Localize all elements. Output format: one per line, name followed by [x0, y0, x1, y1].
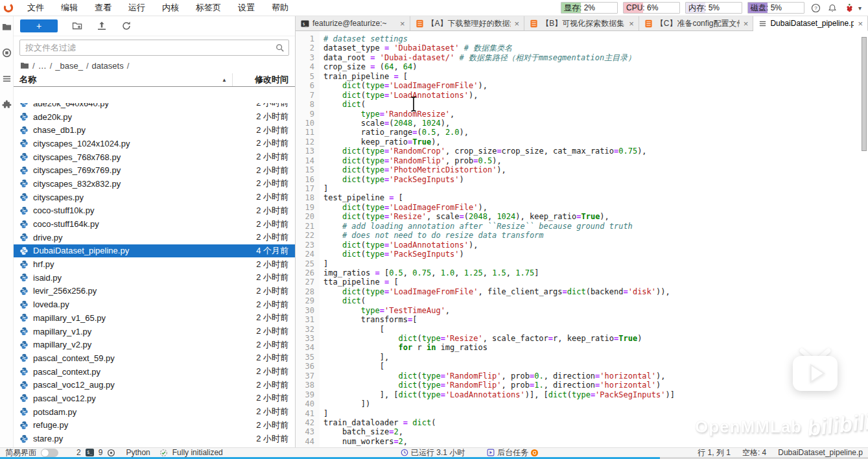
breadcrumb-item[interactable]: … [38, 61, 47, 71]
line-number: 11 [296, 128, 314, 137]
code-line: dict(type='RandomCrop', crop_size=crop_s… [323, 147, 862, 156]
file-row[interactable]: coco-stuff10k.py2 小时前 [14, 204, 295, 218]
menu-item[interactable]: 设置 [229, 0, 263, 16]
menu-item[interactable]: 编辑 [53, 0, 86, 16]
featurize-berry-icon[interactable] [844, 3, 855, 14]
file-row[interactable]: stare.py2 小时前 [14, 432, 295, 445]
file-name: drive.py [33, 233, 232, 242]
resource-monitors: 显存: 2%CPU: 6%内存: 5%磁盘: 5% [561, 2, 804, 14]
file-row[interactable]: pascal_voc12.py2 小时前 [14, 392, 295, 405]
menu-item[interactable]: 运行 [120, 0, 154, 16]
python-file-icon [19, 313, 29, 322]
code-line: img_ratios = [0.5, 0.75, 1.0, 1.25, 1.5,… [323, 268, 862, 277]
background-tasks[interactable]: 后台任务 [487, 447, 538, 458]
menu-item[interactable]: 标签页 [187, 0, 229, 16]
line-number: 2 [296, 43, 314, 53]
file-row[interactable]: mapillary_v2.py2 小时前 [14, 338, 295, 351]
new-folder-icon[interactable] [72, 21, 82, 31]
kernel-language[interactable]: Python [126, 448, 150, 457]
upload-icon[interactable] [97, 21, 107, 31]
file-row[interactable]: cityscapes.py2 小时前 [14, 191, 295, 204]
file-row[interactable]: potsdam.py2 小时前 [14, 405, 295, 419]
tab-close-icon[interactable]: × [628, 19, 635, 28]
file-row[interactable]: chase_db1.py2 小时前 [14, 123, 295, 137]
file-row[interactable]: mapillary_v1_65.py2 小时前 [14, 311, 295, 325]
code-line: # does not need to do resize data transf… [323, 231, 862, 240]
bell-icon[interactable] [827, 3, 838, 14]
tab-close-icon[interactable]: × [399, 19, 406, 28]
file-row[interactable]: pascal_voc12_aug.py2 小时前 [14, 378, 295, 392]
file-row[interactable]: hrf.py2 小时前 [14, 257, 295, 271]
file-row[interactable]: cityscapes_832x832.py2 小时前 [14, 177, 295, 191]
document-tab[interactable]: $_ featurize@featurize:~× [296, 16, 410, 30]
line-number: 38 [296, 381, 314, 390]
column-header-modified[interactable]: 修改时间 [232, 73, 295, 86]
file-name: pascal_context.py [33, 367, 232, 377]
menu-item[interactable]: 查看 [86, 0, 120, 16]
code-line: type='TestTimeAug', [323, 306, 862, 315]
file-row[interactable]: levir_256x256.py2 小时前 [14, 285, 295, 298]
python-file-icon [19, 166, 29, 175]
indent-spaces[interactable]: 空格: 4 [742, 447, 766, 458]
simple-ui-toggle[interactable] [41, 449, 58, 457]
extensions-icon[interactable] [2, 100, 12, 110]
document-tab[interactable]: 【A】下载整理好的数据集.× [410, 16, 525, 30]
refresh-icon[interactable] [121, 21, 132, 31]
kernel-icon[interactable] [107, 449, 115, 457]
file-row[interactable]: pascal_context.py2 小时前 [14, 365, 295, 379]
file-row[interactable]: isaid.py2 小时前 [14, 271, 295, 285]
breadcrumb-item[interactable]: _base_ [55, 61, 83, 71]
file-row[interactable]: ade20k.py2 小时前 [14, 110, 295, 124]
file-list-header: 名称 ▲ 修改时间 [14, 73, 295, 87]
sort-ascending-icon[interactable]: ▲ [222, 77, 227, 83]
menu-item[interactable]: 文件 [19, 0, 53, 16]
caret-down-icon[interactable]: ▾ [858, 5, 862, 12]
file-row[interactable]: drive.py2 小时前 [14, 231, 295, 244]
help-icon[interactable]: ? [810, 3, 821, 14]
file-row[interactable]: cityscapes_768x768.py2 小时前 [14, 150, 295, 164]
line-number: 30 [296, 306, 314, 315]
file-row[interactable]: DubaiDataset_pipeline.py4 个月前 [14, 244, 295, 258]
file-modified-time: 2 小时前 [232, 433, 295, 445]
file-browser-icon[interactable] [2, 22, 12, 32]
home-folder-icon[interactable] [20, 62, 29, 69]
running-sessions-icon[interactable] [2, 48, 12, 58]
tab-close-icon[interactable]: × [857, 19, 863, 28]
code-content[interactable]: # dataset settingsdataset_type = 'DubaiD… [323, 31, 862, 447]
menu-item[interactable]: 帮助 [263, 0, 297, 16]
document-tab[interactable]: 【C】准备config配置文件.× [639, 16, 754, 30]
file-row[interactable]: refuge.py2 小时前 [14, 419, 295, 432]
document-tab[interactable]: DubaiDataset_pipeline.py× [753, 16, 868, 31]
python-file-icon [19, 381, 29, 390]
file-name: mapillary_v2.py [33, 340, 232, 349]
terminal-icon[interactable]: $_ [86, 449, 94, 456]
file-row[interactable]: cityscapes_1024x1024.py2 小时前 [14, 137, 295, 150]
filter-files-input[interactable] [24, 42, 276, 53]
file-row[interactable]: pascal_context_59.py2 小时前 [14, 351, 295, 365]
file-row[interactable]: coco-stuff164k.py2 小时前 [14, 217, 295, 231]
code-line: dict(type='LoadAnnotations'), [323, 91, 862, 100]
file-modified-time: 2 小时前 [232, 178, 295, 189]
column-header-name[interactable]: 名称 ▲ [14, 74, 232, 86]
file-name: coco-stuff10k.py [33, 206, 232, 215]
table-of-contents-icon[interactable] [2, 74, 12, 84]
code-line: crop_size = (64, 64) [323, 62, 862, 71]
tab-close-icon[interactable]: × [743, 19, 749, 28]
document-tab[interactable]: 【B】可视化探索数据集.ip× [524, 16, 639, 30]
file-row[interactable]: cityscapes_769x769.py2 小时前 [14, 163, 295, 177]
file-modified-time: 2 小时前 [232, 272, 295, 283]
menu-item[interactable]: 内核 [154, 0, 187, 16]
file-row[interactable]: loveda.py2 小时前 [14, 298, 295, 311]
code-line: dict(type='PackSegInputs') [323, 250, 862, 259]
cursor-position[interactable]: 行 1, 列 1 [698, 447, 731, 458]
breadcrumb-item[interactable]: datasets [92, 61, 124, 71]
line-number: 19 [296, 203, 314, 212]
code-editor[interactable]: 1234567891011121314151617181920212223242… [296, 31, 868, 447]
new-launcher-button[interactable]: + [20, 19, 58, 32]
tab-close-icon[interactable]: × [514, 19, 521, 28]
editor-scrollbar[interactable] [862, 37, 867, 151]
file-row[interactable]: ade20k_640x640.py2 小时前 [14, 103, 295, 110]
python-file-icon [19, 394, 29, 403]
file-name: isaid.py [33, 273, 232, 283]
file-row[interactable]: mapillary_v1.py2 小时前 [14, 325, 295, 338]
